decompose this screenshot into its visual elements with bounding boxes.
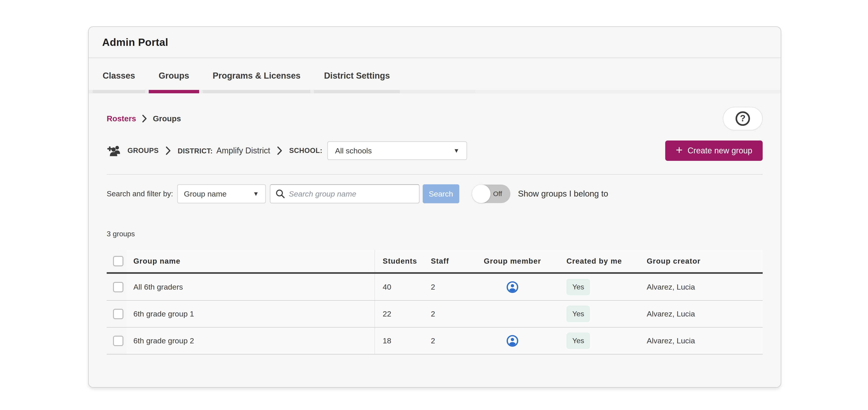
district-label: DISTRICT: [178,147,213,155]
tab-district-settings[interactable]: District Settings [312,58,401,93]
show-my-groups-label: Show groups I belong to [518,189,608,199]
students-cell: 22 [375,301,423,327]
staff-cell: 2 [423,301,477,327]
header-created-by-me: Created by me [548,250,628,272]
students-cell: 18 [375,328,423,354]
group-count: 3 groups [107,230,763,238]
row-checkbox[interactable] [113,336,123,346]
chevron-right-icon [165,146,171,155]
header-staff: Staff [423,250,477,272]
plus-icon: + [676,150,682,151]
school-dropdown[interactable]: All schools ▼ [327,141,467,160]
groups-section-label: GROUPS [127,147,159,155]
search-filter-label: Search and filter by: [107,190,173,198]
header-students: Students [375,250,423,272]
toggle-knob [472,184,491,203]
row-checkbox[interactable] [113,309,123,319]
chevron-right-icon [277,146,282,155]
students-cell: 40 [375,274,423,300]
group-creator-cell: Alvarez, Lucia [628,274,763,300]
header-group-creator: Group creator [628,250,763,272]
header-group-member: Group member [477,250,548,272]
breadcrumb-row: Rosters Groups ? [107,107,763,130]
tab-bar: Classes Groups Programs & Licenses Distr… [89,58,781,93]
filter-by-dropdown[interactable]: Group name ▼ [177,184,266,203]
context-bar: GROUPS DISTRICT: Amplify District SCHOOL… [107,140,763,161]
page-title: Admin Portal [102,36,168,48]
table-row: All 6th graders 40 2 Yes Alvarez, Luc [107,274,763,301]
show-my-groups-toggle[interactable]: Off [472,184,510,203]
district-field: DISTRICT: Amplify District [178,146,270,156]
breadcrumb-current: Groups [153,114,181,123]
create-new-group-label: Create new group [688,146,752,156]
search-field [270,184,420,203]
school-dropdown-value: All schools [335,146,372,155]
chevron-down-icon: ▼ [253,191,259,198]
group-name-cell[interactable]: All 6th graders [127,274,375,300]
admin-portal-window: Admin Portal Classes Groups Programs & L… [88,27,781,388]
created-by-me-badge: Yes [566,333,590,349]
staff-cell: 2 [423,274,477,300]
group-name-cell[interactable]: 6th grade group 2 [127,328,375,354]
row-checkbox[interactable] [113,282,123,292]
table-row: 6th grade group 1 22 2 Yes Alvarez, L [107,301,763,328]
question-mark-icon: ? [736,111,750,126]
breadcrumb: Rosters Groups [107,114,181,123]
search-icon [275,189,285,199]
chevron-right-icon [142,114,147,123]
select-all-checkbox[interactable] [113,256,123,266]
group-member-icon [506,335,519,347]
filter-by-value: Group name [184,190,227,198]
create-new-group-button[interactable]: + Create new group [665,140,763,161]
tab-programs-licenses[interactable]: Programs & Licenses [201,58,312,93]
toggle-state-label: Off [493,190,502,198]
created-by-me-badge: Yes [566,306,590,322]
table-header-row: Group name Students Staff Group member C… [107,250,763,274]
header-group-name: Group name [127,250,375,272]
group-creator-cell: Alvarez, Lucia [628,328,763,354]
table-row: 6th grade group 2 18 2 Yes Alvarez, L [107,328,763,354]
tab-classes[interactable]: Classes [91,58,147,93]
help-button[interactable]: ? [723,107,763,130]
staff-cell: 2 [423,328,477,354]
section-divider [107,174,763,175]
tab-groups[interactable]: Groups [147,58,201,93]
created-by-me-badge: Yes [566,279,590,295]
add-group-icon [107,144,123,157]
groups-table: Group name Students Staff Group member C… [107,250,763,354]
chevron-down-icon: ▼ [454,147,460,154]
search-button[interactable]: Search [423,184,459,203]
main-content: Rosters Groups ? [89,107,781,354]
breadcrumb-rosters-link[interactable]: Rosters [107,114,136,123]
group-member-icon [506,281,519,293]
search-filter-bar: Search and filter by: Group name ▼ Searc… [107,184,763,204]
group-name-cell[interactable]: 6th grade group 1 [127,301,375,327]
school-label: SCHOOL: [289,147,322,155]
district-value: Amplify District [216,146,270,156]
search-input[interactable] [289,190,414,198]
window-header: Admin Portal [89,27,781,58]
group-creator-cell: Alvarez, Lucia [628,301,763,327]
